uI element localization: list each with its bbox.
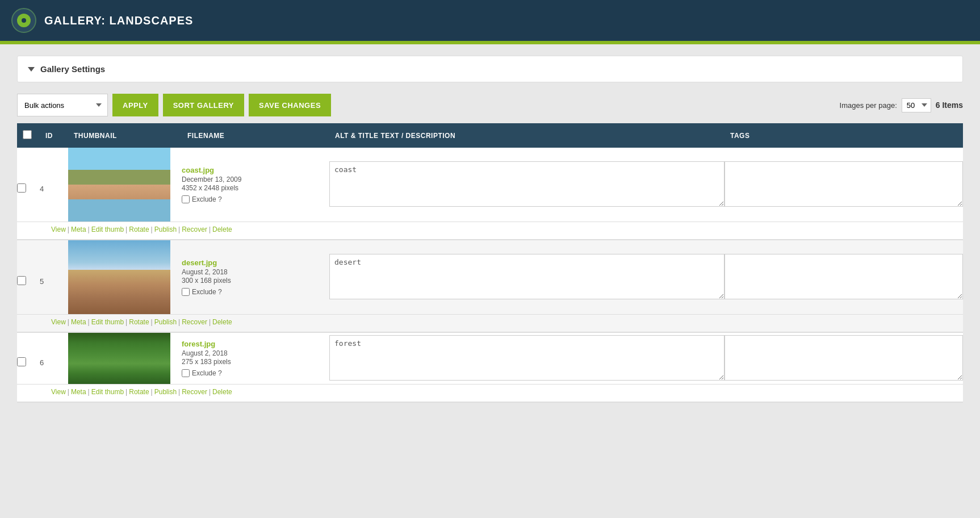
action-meta-link[interactable]: Meta <box>71 388 86 396</box>
alt-text-input[interactable] <box>329 161 724 207</box>
action-delete-link[interactable]: Delete <box>212 388 232 396</box>
header-thumbnail: THUMBNAIL <box>68 123 182 148</box>
alt-text-input[interactable] <box>329 335 724 381</box>
header-filename: FILENAME <box>182 123 329 148</box>
action-separator: | <box>88 388 90 396</box>
action-separator: | <box>178 318 180 326</box>
action-separator: | <box>209 318 211 326</box>
row-thumbnail <box>68 240 182 315</box>
action-rotate-link[interactable]: Rotate <box>129 388 149 396</box>
action-recover-link[interactable]: Recover <box>182 318 207 326</box>
page-title: GALLERY: LANDSCAPES <box>44 14 193 27</box>
header-tags: TAGS <box>724 123 963 148</box>
row-alt-cell <box>329 240 724 315</box>
action-delete-link[interactable]: Delete <box>212 318 232 326</box>
bulk-actions-select[interactable]: Bulk actions Delete selected Exclude sel… <box>17 94 108 116</box>
exclude-checkbox[interactable] <box>182 195 190 203</box>
action-separator: | <box>68 318 69 326</box>
row-thumbnail <box>68 332 182 385</box>
table-row: 4coast.jpgDecember 13, 20094352 x 2448 p… <box>17 148 963 222</box>
file-date: August 2, 2018 <box>182 349 329 357</box>
forest-thumbnail-image <box>68 333 170 384</box>
header-id: ID <box>40 123 68 148</box>
row-checkbox[interactable] <box>17 183 26 193</box>
row-id: 5 <box>40 240 68 315</box>
action-publish-link[interactable]: Publish <box>154 388 177 396</box>
action-separator: | <box>178 388 180 396</box>
exclude-label[interactable]: Exclude ? <box>182 195 329 203</box>
action-separator: | <box>151 318 153 326</box>
action-separator: | <box>125 388 127 396</box>
table-row: 6forest.jpgAugust 2, 2018275 x 183 pixel… <box>17 332 963 385</box>
action-view-link[interactable]: View <box>51 318 66 326</box>
file-date: December 13, 2009 <box>182 176 329 183</box>
action-separator: | <box>68 225 69 233</box>
row-actions-row: View|Meta|Edit thumb|Rotate|Publish|Reco… <box>17 315 963 333</box>
exclude-label[interactable]: Exclude ? <box>182 369 329 377</box>
action-edit-thumb-link[interactable]: Edit thumb <box>91 388 124 396</box>
action-separator: | <box>178 225 180 233</box>
action-recover-link[interactable]: Recover <box>182 388 207 396</box>
action-separator: | <box>209 388 211 396</box>
desert-thumbnail-image <box>68 240 170 314</box>
table-header-row: ID THUMBNAIL FILENAME ALT & TITLE TEXT /… <box>17 123 963 148</box>
tags-input[interactable] <box>724 161 963 207</box>
logo-dot <box>22 18 26 23</box>
filename-link[interactable]: forest.jpg <box>182 340 215 348</box>
action-meta-link[interactable]: Meta <box>71 318 86 326</box>
row-filename-cell: desert.jpgAugust 2, 2018300 x 168 pixels… <box>182 240 329 315</box>
exclude-label[interactable]: Exclude ? <box>182 288 329 296</box>
exclude-checkbox[interactable] <box>182 288 190 296</box>
exclude-checkbox[interactable] <box>182 369 190 377</box>
toolbar-right: Images per page: 25 50 100 6 Items <box>840 98 963 112</box>
action-rotate-link[interactable]: Rotate <box>129 318 149 326</box>
toolbar: Bulk actions Delete selected Exclude sel… <box>17 94 963 116</box>
action-publish-link[interactable]: Publish <box>154 225 177 233</box>
filename-link[interactable]: coast.jpg <box>182 166 214 174</box>
row-actions-row: View|Meta|Edit thumb|Rotate|Publish|Reco… <box>17 222 963 240</box>
action-separator: | <box>125 318 127 326</box>
action-view-link[interactable]: View <box>51 388 66 396</box>
sort-gallery-button[interactable]: SORT GALLERY <box>163 94 244 116</box>
action-edit-thumb-link[interactable]: Edit thumb <box>91 225 124 233</box>
action-publish-link[interactable]: Publish <box>154 318 177 326</box>
action-edit-thumb-link[interactable]: Edit thumb <box>91 318 124 326</box>
action-rotate-link[interactable]: Rotate <box>129 225 149 233</box>
row-checkbox[interactable] <box>17 357 26 366</box>
main-content: Gallery Settings Bulk actions Delete sel… <box>0 44 980 518</box>
row-filename-cell: forest.jpgAugust 2, 2018275 x 183 pixels… <box>182 332 329 385</box>
coast-thumbnail-image <box>68 148 170 222</box>
row-id: 4 <box>40 148 68 222</box>
alt-text-input[interactable] <box>329 254 724 299</box>
action-delete-link[interactable]: Delete <box>212 225 232 233</box>
tags-input[interactable] <box>724 254 963 299</box>
file-dimensions: 275 x 183 pixels <box>182 358 329 366</box>
filename-link[interactable]: desert.jpg <box>182 258 217 267</box>
action-view-link[interactable]: View <box>51 225 66 233</box>
row-checkbox[interactable] <box>17 276 26 285</box>
action-separator: | <box>125 225 127 233</box>
images-per-page-label: Images per page: <box>840 101 897 110</box>
per-page-select[interactable]: 25 50 100 <box>902 98 931 112</box>
exclude-text: Exclude ? <box>192 288 222 296</box>
action-separator: | <box>209 225 211 233</box>
gallery-settings-title: Gallery Settings <box>40 64 105 74</box>
row-tags-cell <box>724 240 963 315</box>
apply-button[interactable]: APPLY <box>112 94 158 116</box>
action-recover-link[interactable]: Recover <box>182 225 207 233</box>
action-separator: | <box>151 388 153 396</box>
gallery-settings-toggle[interactable]: Gallery Settings <box>18 56 962 82</box>
row-actions-cell: View|Meta|Edit thumb|Rotate|Publish|Reco… <box>17 222 963 240</box>
app-header: GALLERY: LANDSCAPES <box>0 0 980 41</box>
action-separator: | <box>88 225 90 233</box>
app-logo <box>11 8 36 33</box>
row-actions-row: View|Meta|Edit thumb|Rotate|Publish|Reco… <box>17 385 963 403</box>
tags-input[interactable] <box>724 335 963 381</box>
row-thumbnail <box>68 148 182 222</box>
save-changes-button[interactable]: SAVE CHANGES <box>249 94 331 116</box>
select-all-checkbox[interactable] <box>23 130 32 139</box>
action-separator: | <box>88 318 90 326</box>
header-check-cell <box>17 123 40 148</box>
row-actions-cell: View|Meta|Edit thumb|Rotate|Publish|Reco… <box>17 385 963 403</box>
action-meta-link[interactable]: Meta <box>71 225 86 233</box>
